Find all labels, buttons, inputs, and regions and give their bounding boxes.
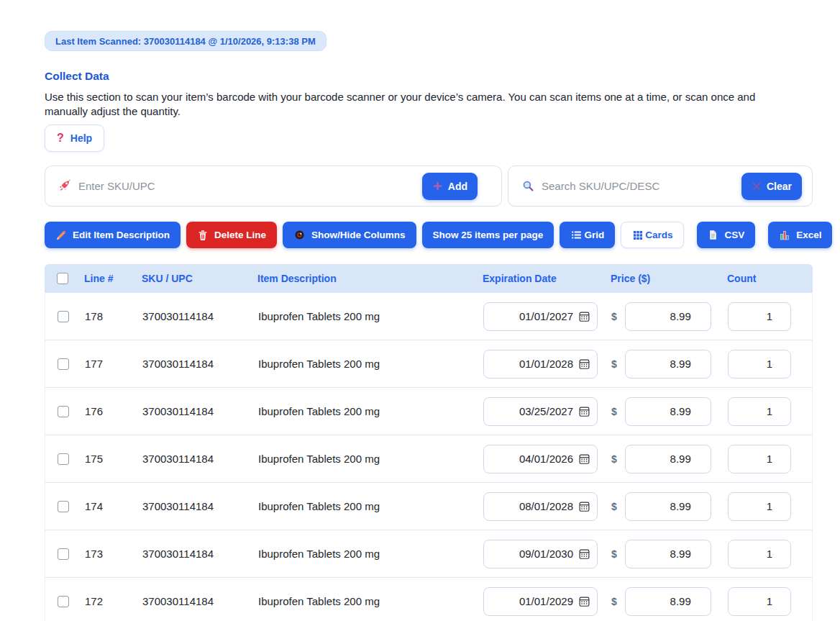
header-count: Count — [727, 273, 813, 284]
show-hide-columns-button[interactable]: Show/Hide Columns — [283, 222, 416, 248]
expiration-date-value: 04/01/2026 — [519, 453, 573, 465]
table-toolbar: Edit Item Description Delete Line Show/H… — [45, 222, 813, 248]
header-item-description: Item Description — [257, 273, 483, 284]
expiration-date-input[interactable]: 01/01/2027 — [483, 302, 598, 331]
count-input[interactable]: 1 — [728, 492, 791, 521]
expiration-date-input[interactable]: 01/01/2029 — [483, 587, 598, 616]
collect-data-page: Last Item Scanned: 370030114184 @ 1/10/2… — [45, 0, 813, 621]
search-input[interactable] — [542, 180, 736, 192]
expiration-date-value: 08/01/2028 — [519, 500, 573, 512]
price-input[interactable]: 8.99 — [625, 350, 711, 379]
row-checkbox[interactable] — [58, 548, 69, 560]
price-value: 8.99 — [670, 358, 691, 370]
expiration-date-input[interactable]: 04/01/2026 — [483, 445, 598, 473]
count-input[interactable]: 1 — [728, 350, 791, 379]
price-input[interactable]: 8.99 — [625, 540, 711, 568]
expiration-date-value: 01/01/2028 — [519, 358, 573, 370]
sku-cell: 370030114184 — [142, 453, 258, 465]
export-excel-button[interactable]: Excel — [768, 222, 832, 248]
item-description-cell: Ibuprofen Tablets 200 mg — [258, 453, 483, 465]
excel-button-label: Excel — [796, 230, 821, 240]
price-input[interactable]: 8.99 — [625, 397, 711, 426]
grid-icon — [632, 230, 644, 241]
calendar-icon — [578, 500, 590, 512]
sku-input-group: Add — [45, 166, 502, 207]
row-checkbox[interactable] — [58, 311, 69, 322]
clear-search-button[interactable]: Clear — [741, 173, 802, 200]
row-checkbox[interactable] — [58, 406, 69, 417]
line-number-cell: 176 — [85, 405, 142, 417]
page-size-button-label: Show 25 items per page — [433, 230, 544, 240]
calendar-icon — [578, 595, 590, 607]
count-input[interactable]: 1 — [728, 587, 791, 616]
table-row: 178 370030114184 Ibuprofen Tablets 200 m… — [45, 293, 813, 340]
price-value: 8.99 — [670, 548, 691, 560]
price-value: 8.99 — [670, 595, 691, 607]
sku-input[interactable] — [78, 180, 416, 192]
expiration-date-input[interactable]: 03/25/2027 — [483, 397, 598, 426]
edit-item-description-button[interactable]: Edit Item Description — [45, 222, 181, 248]
price-input[interactable]: 8.99 — [625, 492, 711, 521]
price-value: 8.99 — [670, 453, 691, 465]
currency-symbol: $ — [611, 501, 617, 512]
price-value: 8.99 — [670, 310, 691, 322]
currency-symbol: $ — [611, 596, 617, 607]
delete-line-button[interactable]: Delete Line — [186, 222, 277, 248]
expiration-date-input[interactable]: 01/01/2028 — [483, 350, 598, 379]
page-size-button[interactable]: Show 25 items per page — [422, 222, 554, 248]
question-mark-icon: ? — [57, 132, 64, 145]
grid-view-button[interactable]: Grid — [560, 222, 615, 248]
header-line-number: Line # — [84, 273, 142, 284]
table-row: 176 370030114184 Ibuprofen Tablets 200 m… — [45, 388, 813, 435]
header-sku-upc: SKU / UPC — [142, 273, 257, 284]
export-csv-button[interactable]: CSV — [697, 222, 755, 248]
expiration-date-value: 01/01/2027 — [519, 310, 573, 322]
line-number-cell: 178 — [85, 310, 142, 322]
list-icon — [570, 229, 583, 241]
items-table: Line # SKU / UPC Item Description Expira… — [45, 264, 813, 621]
calendar-icon — [578, 453, 590, 465]
count-value: 1 — [767, 405, 772, 417]
line-number-cell: 175 — [85, 453, 142, 465]
count-input[interactable]: 1 — [728, 302, 791, 331]
row-checkbox[interactable] — [58, 596, 69, 607]
cards-view-button[interactable]: Cards — [621, 222, 684, 248]
add-button[interactable]: Add — [422, 173, 478, 200]
count-value: 1 — [767, 453, 772, 465]
item-description-cell: Ibuprofen Tablets 200 mg — [258, 548, 483, 560]
expiration-date-input[interactable]: 08/01/2028 — [483, 492, 598, 521]
line-number-cell: 172 — [85, 595, 142, 607]
sku-cell: 370030114184 — [142, 405, 258, 417]
count-value: 1 — [767, 500, 772, 512]
item-description-cell: Ibuprofen Tablets 200 mg — [258, 358, 483, 370]
price-input[interactable]: 8.99 — [625, 587, 711, 616]
help-button[interactable]: ? Help — [45, 124, 104, 152]
calendar-icon — [578, 548, 590, 560]
line-number-cell: 177 — [85, 358, 142, 370]
trash-icon — [197, 230, 209, 241]
sku-cell: 370030114184 — [142, 358, 258, 370]
clear-button-label: Clear — [767, 181, 792, 192]
item-description-cell: Ibuprofen Tablets 200 mg — [258, 405, 483, 417]
price-input[interactable]: 8.99 — [625, 302, 711, 331]
currency-symbol: $ — [611, 358, 617, 370]
row-checkbox[interactable] — [58, 501, 69, 512]
expiration-date-value: 01/01/2029 — [519, 595, 573, 607]
expiration-date-input[interactable]: 09/01/2030 — [483, 540, 598, 568]
grid-button-label: Grid — [584, 230, 604, 240]
row-checkbox[interactable] — [58, 453, 69, 465]
item-description-cell: Ibuprofen Tablets 200 mg — [258, 310, 483, 322]
item-description-cell: Ibuprofen Tablets 200 mg — [258, 595, 483, 607]
currency-symbol: $ — [611, 311, 617, 322]
count-input[interactable]: 1 — [728, 540, 791, 568]
header-expiration-date: Expiration Date — [483, 273, 611, 284]
count-input[interactable]: 1 — [728, 445, 791, 473]
select-all-checkbox[interactable] — [57, 273, 68, 284]
pencil-icon — [55, 230, 67, 241]
count-input[interactable]: 1 — [728, 397, 791, 426]
count-value: 1 — [767, 548, 772, 560]
currency-symbol: $ — [611, 406, 617, 417]
sku-cell: 370030114184 — [142, 548, 258, 560]
row-checkbox[interactable] — [58, 358, 69, 370]
price-input[interactable]: 8.99 — [625, 445, 711, 473]
